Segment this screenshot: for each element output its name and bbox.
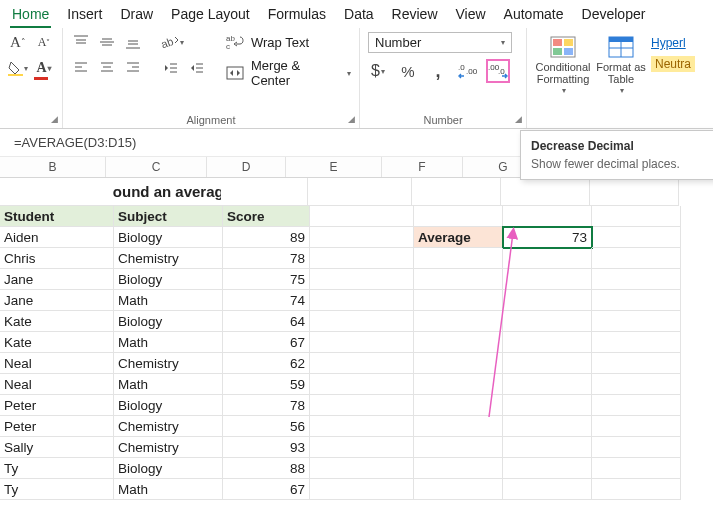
percent-format-icon[interactable]: % (398, 61, 418, 81)
cell[interactable] (310, 395, 414, 416)
cell[interactable] (503, 290, 592, 311)
cell-subject[interactable]: Chemistry (114, 248, 223, 269)
average-label[interactable]: Average (414, 227, 503, 248)
cell[interactable] (592, 269, 681, 290)
cell[interactable] (503, 248, 592, 269)
cell[interactable] (592, 437, 681, 458)
cell-student[interactable]: Kate (0, 332, 114, 353)
align-bottom-icon[interactable] (123, 32, 143, 52)
cell[interactable] (414, 206, 503, 227)
sheet-title[interactable]: Round an average (113, 178, 221, 206)
number-dialog-launcher-icon[interactable]: ◢ (515, 114, 522, 124)
tab-review[interactable]: Review (390, 4, 440, 28)
increase-decimal-icon[interactable]: .0.00 (458, 61, 478, 81)
tab-formulas[interactable]: Formulas (266, 4, 328, 28)
decrease-font-icon[interactable]: A˅ (34, 32, 54, 52)
cell-score[interactable]: 78 (223, 248, 310, 269)
cell[interactable] (310, 227, 414, 248)
tab-home[interactable]: Home (10, 4, 51, 28)
cell-subject[interactable]: Biology (114, 269, 223, 290)
cell-style-neutral[interactable]: Neutra (651, 56, 695, 72)
cell[interactable] (592, 311, 681, 332)
cell-score[interactable]: 75 (223, 269, 310, 290)
cell[interactable] (414, 374, 503, 395)
align-right-icon[interactable] (123, 58, 143, 78)
cell-score[interactable]: 89 (223, 227, 310, 248)
font-dialog-launcher-icon[interactable]: ◢ (51, 114, 58, 124)
col-header-b[interactable]: B (0, 157, 106, 177)
cell[interactable] (592, 479, 681, 500)
cell[interactable] (414, 479, 503, 500)
cell-score[interactable]: 88 (223, 458, 310, 479)
tab-page-layout[interactable]: Page Layout (169, 4, 252, 28)
cell[interactable] (310, 353, 414, 374)
merge-center-button[interactable]: Merge & Center ▾ (225, 58, 351, 88)
cell-subject[interactable]: Chemistry (114, 437, 223, 458)
cell[interactable] (503, 269, 592, 290)
col-header-f[interactable]: F (382, 157, 463, 177)
cell[interactable] (414, 458, 503, 479)
cell-student[interactable]: Chris (0, 248, 114, 269)
format-as-table-button[interactable]: Format as Table▾ (593, 32, 649, 98)
wrap-text-button[interactable]: abc Wrap Text (225, 32, 351, 52)
cell-subject[interactable]: Math (114, 332, 223, 353)
cell[interactable] (308, 178, 412, 206)
cell[interactable] (310, 332, 414, 353)
increase-font-icon[interactable]: A˄ (8, 32, 28, 52)
cell-score[interactable]: 93 (223, 437, 310, 458)
cell[interactable] (310, 437, 414, 458)
align-left-icon[interactable] (71, 58, 91, 78)
align-center-icon[interactable] (97, 58, 117, 78)
cell[interactable] (503, 437, 592, 458)
cell[interactable] (503, 206, 592, 227)
conditional-formatting-button[interactable]: Conditional Formatting▾ (535, 32, 591, 98)
cell-score[interactable]: 67 (223, 332, 310, 353)
cell-student[interactable]: Neal (0, 374, 114, 395)
average-value[interactable]: 73 (503, 227, 592, 248)
cell[interactable] (503, 479, 592, 500)
cell-student[interactable]: Sally (0, 437, 114, 458)
cell[interactable] (414, 437, 503, 458)
font-color-icon[interactable]: A▾ (34, 58, 54, 78)
cell-subject[interactable]: Chemistry (114, 353, 223, 374)
cell[interactable] (310, 416, 414, 437)
cell-style-hyperlink[interactable]: Hyperl (651, 36, 695, 50)
cell[interactable] (503, 458, 592, 479)
cell[interactable] (592, 458, 681, 479)
cell-student[interactable]: Ty (0, 458, 114, 479)
cell[interactable] (412, 178, 501, 206)
cell[interactable] (310, 269, 414, 290)
cell-score[interactable]: 67 (223, 479, 310, 500)
cell-subject[interactable]: Biology (114, 311, 223, 332)
align-middle-icon[interactable] (97, 32, 117, 52)
cell-subject[interactable]: Math (114, 290, 223, 311)
cell-student[interactable]: Jane (0, 290, 114, 311)
cell[interactable] (310, 374, 414, 395)
cell[interactable] (414, 416, 503, 437)
tab-automate[interactable]: Automate (502, 4, 566, 28)
cell-subject[interactable]: Biology (114, 458, 223, 479)
tab-draw[interactable]: Draw (118, 4, 155, 28)
cell-student[interactable]: Ty (0, 479, 114, 500)
cell[interactable] (501, 178, 590, 206)
cell[interactable] (310, 248, 414, 269)
cell[interactable] (592, 353, 681, 374)
cell[interactable] (310, 311, 414, 332)
cell-subject[interactable]: Biology (114, 395, 223, 416)
cell[interactable] (414, 353, 503, 374)
cell-score[interactable]: 62 (223, 353, 310, 374)
accounting-format-icon[interactable]: $▾ (368, 61, 388, 81)
cell[interactable] (592, 416, 681, 437)
cell[interactable] (310, 458, 414, 479)
cell-student[interactable]: Jane (0, 269, 114, 290)
cell-student[interactable]: Neal (0, 353, 114, 374)
cell-score[interactable]: 64 (223, 311, 310, 332)
increase-indent-icon[interactable] (187, 58, 207, 78)
cell[interactable] (503, 332, 592, 353)
cell[interactable] (592, 395, 681, 416)
cell[interactable] (310, 206, 414, 227)
alignment-dialog-launcher-icon[interactable]: ◢ (348, 114, 355, 124)
cell-subject[interactable]: Math (114, 374, 223, 395)
tab-data[interactable]: Data (342, 4, 376, 28)
cell[interactable] (0, 178, 113, 206)
